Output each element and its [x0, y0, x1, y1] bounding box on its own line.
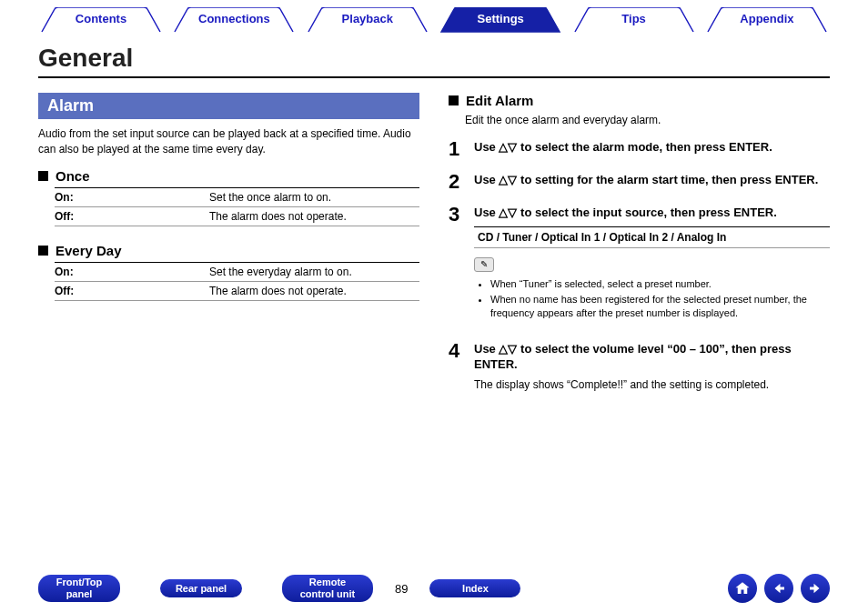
page-title: General	[38, 44, 830, 73]
updown-icon: △▽	[499, 173, 517, 186]
tab-tips[interactable]: Tips	[571, 7, 697, 33]
list-item: When no name has been registered for the…	[490, 293, 830, 321]
tab-contents[interactable]: Contents	[38, 7, 164, 33]
step-1-text: Use △▽ to select the alarm mode, then pr…	[474, 139, 830, 156]
step-4-text: Use △▽ to select the volume level “00 – …	[474, 341, 830, 373]
step-2: 2 Use △▽ to setting for the alarm start …	[449, 172, 830, 192]
everyday-heading: Every Day	[38, 243, 419, 258]
step-1-num: 1	[449, 139, 474, 159]
updown-icon: △▽	[499, 140, 517, 154]
tab-settings-label: Settings	[478, 12, 524, 25]
edit-alarm-title: Edit Alarm	[466, 93, 533, 108]
everyday-on-desc: Set the everyday alarm to on.	[209, 266, 419, 278]
left-column: Alarm Audio from the set input source ca…	[38, 93, 419, 404]
once-table: On: Set the once alarm to on. Off: The a…	[55, 187, 419, 226]
once-off-desc: The alarm does not operate.	[209, 210, 419, 223]
once-heading: Once	[38, 168, 419, 184]
step-3-num: 3	[449, 205, 474, 323]
updown-icon: △▽	[499, 342, 517, 356]
prev-page-button[interactable]	[764, 574, 793, 603]
tab-appendix-label: Appendix	[740, 12, 793, 25]
step-1: 1 Use △▽ to select the alarm mode, then …	[449, 139, 830, 159]
square-bullet-icon	[38, 171, 48, 181]
footer: Front/Top panel Rear panel Remote contro…	[0, 574, 868, 603]
once-on-label: On:	[55, 191, 209, 204]
step-3-notes: When “Tuner” is selected, select a prese…	[474, 277, 830, 321]
tab-tips-label: Tips	[621, 12, 646, 25]
home-icon	[734, 580, 751, 597]
tab-playback-label: Playback	[342, 12, 393, 25]
everyday-title: Every Day	[56, 243, 122, 258]
list-item: When “Tuner” is selected, select a prese…	[490, 277, 830, 291]
content-columns: Alarm Audio from the set input source ca…	[0, 93, 868, 404]
step-3-text: Use △▽ to select the input source, then …	[474, 205, 830, 221]
once-on-desc: Set the once alarm to on.	[209, 191, 419, 204]
pencil-icon: ✎	[480, 259, 488, 269]
tab-contents-label: Contents	[76, 12, 126, 25]
table-row: Off: The alarm does not operate.	[55, 282, 419, 301]
note-icon: ✎	[474, 257, 494, 272]
square-bullet-icon	[38, 246, 48, 256]
once-title: Once	[56, 168, 90, 184]
front-top-panel-button[interactable]: Front/Top panel	[38, 575, 120, 601]
tab-appendix[interactable]: Appendix	[704, 7, 830, 33]
tab-settings[interactable]: Settings	[438, 7, 563, 33]
edit-alarm-desc: Edit the once alarm and everyday alarm.	[465, 114, 830, 126]
tab-playback[interactable]: Playback	[305, 7, 430, 33]
everyday-on-label: On:	[55, 266, 209, 278]
everyday-table: On: Set the everyday alarm to on. Off: T…	[55, 262, 419, 301]
once-off-label: Off:	[55, 210, 209, 223]
table-row: On: Set the once alarm to on.	[55, 188, 419, 207]
step-4-num: 4	[449, 341, 474, 391]
page-number: 89	[373, 582, 429, 596]
index-button[interactable]: Index	[429, 579, 520, 598]
updown-icon: △▽	[499, 206, 517, 219]
everyday-off-label: Off:	[55, 285, 209, 297]
step-2-num: 2	[449, 172, 474, 192]
alarm-heading: Alarm	[38, 93, 419, 119]
right-column: Edit Alarm Edit the once alarm and every…	[449, 93, 830, 404]
remote-control-button[interactable]: Remote control unit	[282, 575, 373, 601]
top-tabs: Contents Connections Playback Settings T…	[0, 0, 868, 40]
home-button[interactable]	[728, 574, 757, 603]
nav-buttons	[728, 574, 830, 603]
table-row: Off: The alarm does not operate.	[55, 207, 419, 226]
alarm-intro: Audio from the set input source can be p…	[38, 126, 419, 157]
input-source-list: CD / Tuner / Optical In 1 / Optical In 2…	[474, 226, 830, 248]
step-4-sub: The display shows “Complete!!” and the s…	[474, 378, 830, 391]
square-bullet-icon	[449, 95, 459, 105]
title-rule	[38, 76, 830, 78]
everyday-off-desc: The alarm does not operate.	[209, 285, 419, 297]
arrow-right-icon	[807, 580, 823, 597]
table-row: On: Set the everyday alarm to on.	[55, 263, 419, 282]
arrow-left-icon	[771, 580, 787, 597]
next-page-button[interactable]	[801, 574, 830, 603]
step-3: 3 Use △▽ to select the input source, the…	[449, 205, 830, 323]
tab-connections[interactable]: Connections	[171, 7, 297, 33]
rear-panel-button[interactable]: Rear panel	[160, 579, 242, 598]
step-2-text: Use △▽ to setting for the alarm start ti…	[474, 172, 830, 188]
edit-alarm-heading: Edit Alarm	[449, 93, 830, 108]
step-4: 4 Use △▽ to select the volume level “00 …	[449, 341, 830, 391]
tab-connections-label: Connections	[198, 12, 270, 25]
